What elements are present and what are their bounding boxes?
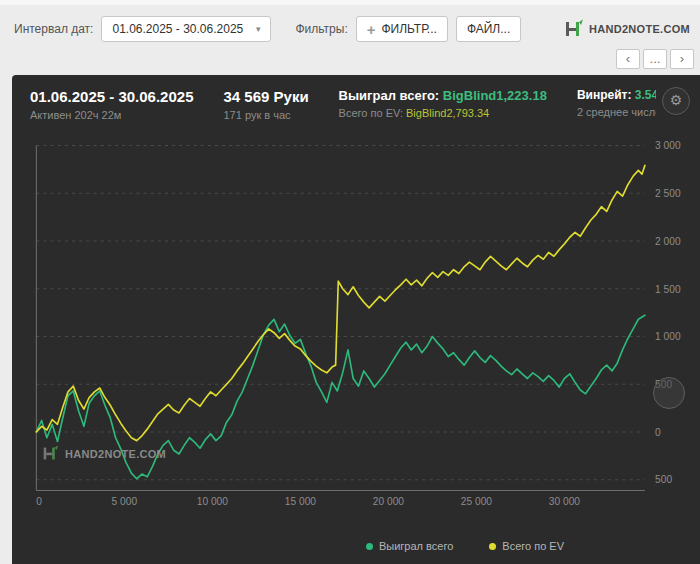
legend-item-won: Выиграл всего [366,540,453,552]
winrate-subtext: 2 среднее число с [577,106,656,118]
top-toolbar: Интервал дат: 01.06.2025 - 30.06.2025 ▾ … [0,13,700,45]
winrate-value: 3.54 бб/ [635,88,656,102]
stats-date-range: 01.06.2025 - 30.06.2025 [30,88,193,105]
legend-label-won: Выиграл всего [379,540,453,552]
settings-gear-icon[interactable]: ⚙ [662,87,690,115]
date-interval-label: Интервал дат: [14,22,93,36]
date-range-picker[interactable]: 01.06.2025 - 30.06.2025 ▾ [101,16,271,42]
legend-item-ev: Всего по EV [489,540,564,552]
plus-icon: + [367,22,376,37]
filters-label: Фильтры: [295,22,347,36]
svg-text:2 500: 2 500 [655,188,681,199]
svg-text:1 500: 1 500 [655,283,681,294]
won-total-value: BigBlind1,223.18 [443,88,547,103]
svg-text:0: 0 [655,426,661,437]
brand-logo-text: HAND2NOTE.COM [589,23,690,35]
svg-text:25 000: 25 000 [461,496,492,507]
nav-row: ‹ ... › [616,49,694,69]
file-button-label: ФАЙЛ... [467,22,510,36]
svg-text:2 000: 2 000 [655,236,681,247]
svg-text:500: 500 [655,474,672,485]
next-page-button[interactable]: › [670,49,694,69]
ev-total-label: Всего по EV: [339,107,403,119]
scroll-handle[interactable] [653,377,685,409]
hand2note-logo-icon [564,19,584,39]
chevron-down-icon: ▾ [256,24,261,34]
svg-text:10 000: 10 000 [197,496,228,507]
winrate-label: Винрейт: [577,88,632,102]
chart-watermark-text: HAND2NOTE.COM [65,448,166,460]
svg-text:15 000: 15 000 [285,496,316,507]
svg-text:3 000: 3 000 [655,140,681,151]
stats-header: 01.06.2025 - 30.06.2025 Активен 202ч 22м… [12,75,700,125]
brand-logo[interactable]: HAND2NOTE.COM [564,19,690,39]
add-filter-label: ФИЛЬТР... [382,22,437,36]
stats-hands-per-hour: 171 рук в час [223,109,308,121]
chart-legend: Выиграл всего Всего по EV [12,540,700,552]
ev-total-value: BigBlind2,793.34 [406,107,489,119]
report-panel: 01.06.2025 - 30.06.2025 Активен 202ч 22м… [12,75,700,564]
svg-text:20 000: 20 000 [373,496,404,507]
results-chart[interactable]: 50005001 0001 5002 0002 5003 00005 00010… [20,137,698,514]
date-range-value: 01.06.2025 - 30.06.2025 [112,22,243,36]
won-total-label: Выиграл всего: [339,88,440,103]
add-filter-button[interactable]: + ФИЛЬТР... [356,16,448,42]
prev-page-button[interactable]: ‹ [616,49,640,69]
svg-text:1 000: 1 000 [655,331,681,342]
svg-text:0: 0 [36,496,42,507]
legend-dot-won [366,543,373,550]
legend-label-ev: Всего по EV [502,540,564,552]
chart-watermark: HAND2NOTE.COM [42,445,166,462]
file-button[interactable]: ФАЙЛ... [456,16,521,42]
more-pages-button[interactable]: ... [643,49,667,69]
svg-text:30 000: 30 000 [549,496,580,507]
legend-dot-ev [489,543,496,550]
stats-date-column: 01.06.2025 - 30.06.2025 Активен 202ч 22м [30,88,193,121]
stats-winrate-column: Винрейт: 3.54 бб/ 2 среднее число с [577,88,656,118]
stats-active-time: Активен 202ч 22м [30,109,193,121]
svg-text:5 000: 5 000 [112,496,138,507]
stats-hands-count: 34 569 Руки [223,88,308,105]
stats-hands-column: 34 569 Руки 171 рук в час [223,88,308,121]
stats-winnings-column: Выиграл всего: BigBlind1,223.18 Всего по… [339,88,547,119]
hand2note-watermark-icon [42,445,59,462]
